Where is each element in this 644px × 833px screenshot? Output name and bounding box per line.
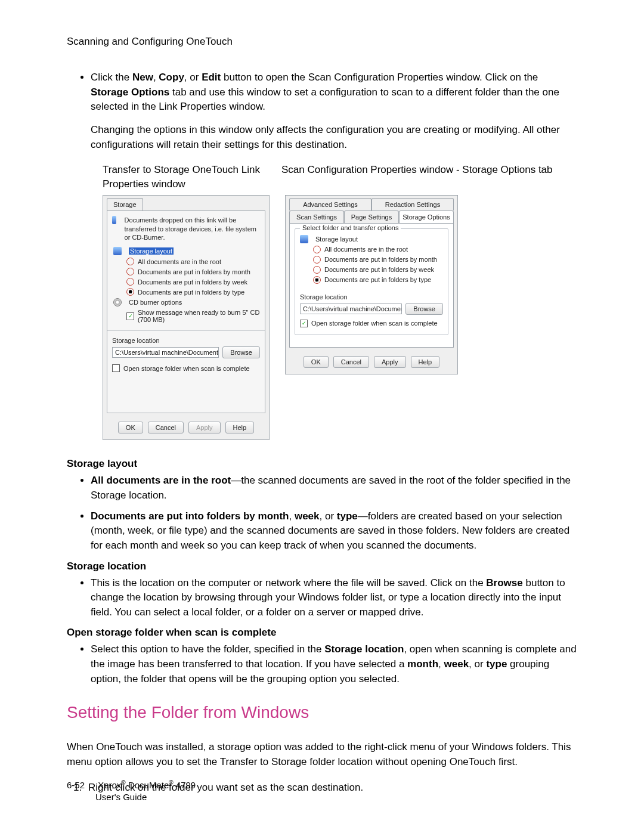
radio-month[interactable]: Documents are put in folders by month [313, 255, 443, 265]
screenshot-captions: Transfer to Storage OneTouch Link Proper… [103, 163, 577, 191]
radio-type[interactable]: Documents are put in folders by type [126, 287, 260, 297]
apply-button[interactable]: Apply [374, 356, 406, 368]
help-button[interactable]: Help [411, 356, 440, 368]
dialog-buttons: OK Cancel Apply Help [286, 351, 457, 374]
option-label: All documents are in the root [138, 258, 221, 265]
text: , or [320, 510, 337, 522]
cancel-button[interactable]: Cancel [148, 422, 184, 433]
scan-config-properties-window: Advanced Settings Redaction Settings Sca… [285, 195, 458, 374]
storage-icon [112, 216, 116, 224]
tab-row: Storage [103, 196, 269, 210]
tab-redaction[interactable]: Redaction Settings [371, 198, 454, 210]
tab-row-2: Scan Settings Page Settings Storage Opti… [286, 210, 457, 223]
node-label: Storage layout [315, 236, 358, 243]
tab-scan-settings[interactable]: Scan Settings [289, 210, 344, 223]
text: , [289, 510, 294, 522]
section-title: Scanning and Configuring OneTouch [67, 36, 577, 48]
checkbox-cd-message[interactable]: Show message when ready to burn 5" CD (7… [126, 308, 260, 324]
group-title: Select folder and transfer options [300, 224, 401, 231]
paragraph-after-h2: When OneTouch was installed, a storage o… [67, 740, 577, 769]
heading-open-folder: Open storage folder when scan is complet… [67, 627, 577, 639]
panel: Select folder and transfer options Stora… [289, 223, 454, 348]
tree-node-storage-layout: Storage layout [300, 234, 443, 244]
intro-bullet: Click the New, Copy, or Edit button to o… [91, 70, 577, 152]
radio-week[interactable]: Documents are put in folders by week [126, 277, 260, 287]
bold-copy: Copy [159, 72, 184, 83]
option-label: All documents are in the root [324, 246, 408, 253]
def-folders: Documents are put into folders by month,… [91, 509, 577, 553]
browse-button[interactable]: Browse [222, 346, 260, 358]
hint-text: Documents dropped on this link will be t… [125, 216, 260, 243]
bold-new: New [132, 72, 153, 83]
option-label: Documents are put in folders by month [324, 256, 437, 263]
footer-line1: Xerox® DocuMate® 4799 [98, 780, 196, 790]
bold-edit: Edit [202, 72, 221, 83]
radio-icon [126, 258, 134, 265]
screenshots-row: Storage Documents dropped on this link w… [103, 195, 577, 441]
checkbox-open-folder[interactable]: Open storage folder when scan is complet… [300, 318, 443, 329]
storage-link-properties-window: Storage Documents dropped on this link w… [103, 195, 270, 441]
radio-root[interactable]: All documents are in the root [126, 256, 260, 267]
option-label: Documents are put in folders by week [138, 278, 247, 286]
ok-button[interactable]: OK [304, 356, 329, 368]
storage-location-label: Storage location [112, 337, 260, 344]
storage-icon [113, 247, 122, 255]
bold: Storage location [324, 643, 404, 655]
text: , or [469, 658, 486, 670]
storage-path-input[interactable]: C:\Users\virtual machine\Documents\My On… [112, 347, 219, 358]
bold: Browse [486, 577, 522, 589]
group-select-folder: Select folder and transfer options Stora… [295, 228, 448, 335]
heading-storage-location: Storage location [67, 561, 577, 572]
def-location: This is the location on the computer or … [91, 576, 577, 620]
text: , [153, 72, 159, 83]
dialog-buttons: OK Cancel Apply Help [103, 417, 269, 439]
defs-location: This is the location on the computer or … [67, 576, 577, 620]
storage-path-input[interactable]: C:\Users\virtual machine\Documents\My On… [300, 304, 402, 314]
tree-node-storage-layout[interactable]: Storage layout [113, 246, 260, 256]
checkbox-icon [300, 320, 308, 327]
text: Select this option to have the folder, s… [91, 643, 324, 655]
tab-storage[interactable]: Storage [107, 198, 143, 210]
node-label: Storage layout [129, 247, 174, 255]
intro-p2: Changing the options in this window only… [91, 123, 577, 152]
option-label: Documents are put in folders by type [324, 276, 431, 283]
option-label: Documents are put in folders by month [138, 268, 250, 275]
tree-node-cd-burner[interactable]: CD burner options [113, 297, 260, 308]
radio-icon [313, 276, 321, 284]
help-button[interactable]: Help [225, 422, 255, 433]
storage-location-label: Storage location [300, 293, 443, 301]
intro-list: Click the New, Copy, or Edit button to o… [67, 70, 577, 152]
text: , or [184, 72, 202, 83]
tab-storage-options[interactable]: Storage Options [399, 210, 454, 223]
tab-row-1: Advanced Settings Redaction Settings [286, 196, 457, 210]
checkbox-icon [126, 312, 134, 320]
radio-icon [313, 256, 321, 264]
text: This is the location on the computer or … [91, 577, 486, 589]
cd-icon [113, 298, 122, 306]
option-label: Show message when ready to burn 5" CD (7… [138, 309, 260, 323]
bold-storage: Storage Options [91, 86, 169, 98]
ok-button[interactable]: OK [118, 422, 143, 433]
checkbox-icon [112, 364, 120, 372]
tab-advanced[interactable]: Advanced Settings [289, 198, 371, 210]
radio-type[interactable]: Documents are put in folders by type [313, 275, 443, 285]
cancel-button[interactable]: Cancel [333, 356, 369, 368]
heading-storage-layout: Storage layout [67, 458, 577, 470]
browse-button[interactable]: Browse [405, 303, 443, 315]
panel: Documents dropped on this link will be t… [107, 210, 265, 414]
defs-open: Select this option to have the folder, s… [67, 642, 577, 686]
bold: week [295, 510, 320, 522]
radio-week[interactable]: Documents are put in folders by week [313, 265, 443, 275]
options-tree: Storage layout All documents are in the … [113, 246, 260, 324]
heading-setting-folder: Setting the Folder from Windows [67, 703, 577, 722]
text: , [438, 658, 444, 670]
apply-button[interactable]: Apply [188, 422, 221, 433]
checkbox-open-folder[interactable]: Open storage folder when scan is complet… [112, 363, 260, 373]
radio-root[interactable]: All documents are in the root [313, 244, 443, 255]
page-footer: 6-52 Xerox® DocuMate® 4799 User's Guide [67, 779, 196, 804]
radio-month[interactable]: Documents are put in folders by month [126, 267, 260, 277]
bold: Documents are put into folders by month [91, 510, 289, 522]
bold: type [486, 658, 507, 670]
tab-page-settings[interactable]: Page Settings [344, 210, 399, 223]
bold: All documents are in the root [91, 475, 231, 486]
